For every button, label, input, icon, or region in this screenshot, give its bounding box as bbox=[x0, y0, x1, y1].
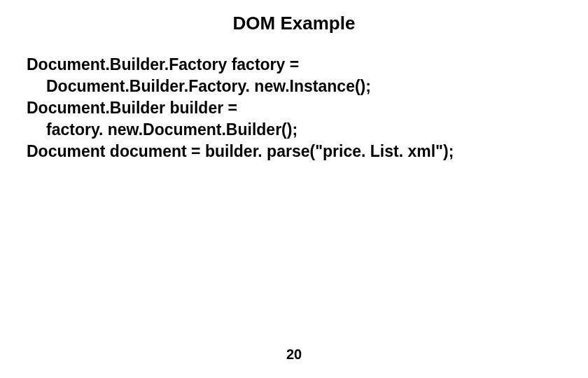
code-block: Document.Builder.Factory factory = Docum… bbox=[27, 54, 561, 162]
slide-container: DOM Example Document.Builder.Factory fac… bbox=[0, 0, 588, 378]
slide-title: DOM Example bbox=[27, 13, 561, 34]
code-line-4: factory. new.Document.Builder(); bbox=[27, 119, 561, 141]
code-line-3: Document.Builder builder = bbox=[27, 97, 561, 119]
page-number: 20 bbox=[0, 346, 588, 363]
code-line-1: Document.Builder.Factory factory = bbox=[27, 54, 561, 76]
code-line-5: Document document = builder. parse("pric… bbox=[27, 141, 561, 162]
code-line-2: Document.Builder.Factory. new.Instance()… bbox=[27, 76, 561, 97]
